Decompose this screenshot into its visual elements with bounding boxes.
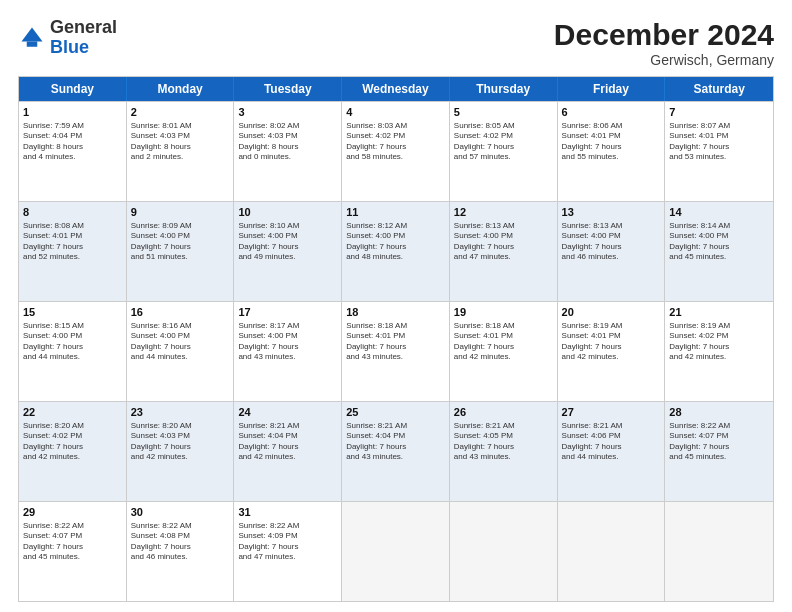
cal-day-28: 28Sunrise: 8:22 AM Sunset: 4:07 PM Dayli… — [665, 402, 773, 501]
header: General Blue December 2024 Gerwisch, Ger… — [18, 18, 774, 68]
cal-header-cell-monday: Monday — [127, 77, 235, 101]
cal-day-30: 30Sunrise: 8:22 AM Sunset: 4:08 PM Dayli… — [127, 502, 235, 601]
day-number: 2 — [131, 105, 230, 120]
day-info: Sunrise: 8:14 AM Sunset: 4:00 PM Dayligh… — [669, 221, 769, 263]
day-info: Sunrise: 8:22 AM Sunset: 4:07 PM Dayligh… — [23, 521, 122, 563]
cal-day-6: 6Sunrise: 8:06 AM Sunset: 4:01 PM Daylig… — [558, 102, 666, 201]
cal-day-25: 25Sunrise: 8:21 AM Sunset: 4:04 PM Dayli… — [342, 402, 450, 501]
cal-header-cell-saturday: Saturday — [665, 77, 773, 101]
title-block: December 2024 Gerwisch, Germany — [554, 18, 774, 68]
cal-header-cell-sunday: Sunday — [19, 77, 127, 101]
cal-day-14: 14Sunrise: 8:14 AM Sunset: 4:00 PM Dayli… — [665, 202, 773, 301]
day-number: 18 — [346, 305, 445, 320]
day-number: 1 — [23, 105, 122, 120]
page-subtitle: Gerwisch, Germany — [554, 52, 774, 68]
day-info: Sunrise: 8:03 AM Sunset: 4:02 PM Dayligh… — [346, 121, 445, 163]
day-number: 17 — [238, 305, 337, 320]
cal-day-7: 7Sunrise: 8:07 AM Sunset: 4:01 PM Daylig… — [665, 102, 773, 201]
svg-marker-0 — [22, 27, 43, 41]
day-info: Sunrise: 8:19 AM Sunset: 4:02 PM Dayligh… — [669, 321, 769, 363]
cal-header-cell-tuesday: Tuesday — [234, 77, 342, 101]
day-info: Sunrise: 8:15 AM Sunset: 4:00 PM Dayligh… — [23, 321, 122, 363]
cal-day-8: 8Sunrise: 8:08 AM Sunset: 4:01 PM Daylig… — [19, 202, 127, 301]
cal-header-cell-friday: Friday — [558, 77, 666, 101]
day-info: Sunrise: 8:20 AM Sunset: 4:03 PM Dayligh… — [131, 421, 230, 463]
cal-week-1: 1Sunrise: 7:59 AM Sunset: 4:04 PM Daylig… — [19, 101, 773, 201]
cal-day-29: 29Sunrise: 8:22 AM Sunset: 4:07 PM Dayli… — [19, 502, 127, 601]
day-number: 5 — [454, 105, 553, 120]
logo-icon — [18, 24, 46, 52]
day-info: Sunrise: 8:20 AM Sunset: 4:02 PM Dayligh… — [23, 421, 122, 463]
day-info: Sunrise: 8:21 AM Sunset: 4:04 PM Dayligh… — [238, 421, 337, 463]
day-info: Sunrise: 8:01 AM Sunset: 4:03 PM Dayligh… — [131, 121, 230, 163]
page: General Blue December 2024 Gerwisch, Ger… — [0, 0, 792, 612]
day-info: Sunrise: 8:05 AM Sunset: 4:02 PM Dayligh… — [454, 121, 553, 163]
day-info: Sunrise: 8:21 AM Sunset: 4:06 PM Dayligh… — [562, 421, 661, 463]
day-number: 9 — [131, 205, 230, 220]
cal-day-4: 4Sunrise: 8:03 AM Sunset: 4:02 PM Daylig… — [342, 102, 450, 201]
day-info: Sunrise: 8:10 AM Sunset: 4:00 PM Dayligh… — [238, 221, 337, 263]
logo-blue: Blue — [50, 37, 89, 57]
cal-day-20: 20Sunrise: 8:19 AM Sunset: 4:01 PM Dayli… — [558, 302, 666, 401]
cal-day-22: 22Sunrise: 8:20 AM Sunset: 4:02 PM Dayli… — [19, 402, 127, 501]
day-number: 22 — [23, 405, 122, 420]
cal-day-13: 13Sunrise: 8:13 AM Sunset: 4:00 PM Dayli… — [558, 202, 666, 301]
cal-day-10: 10Sunrise: 8:10 AM Sunset: 4:00 PM Dayli… — [234, 202, 342, 301]
calendar-body: 1Sunrise: 7:59 AM Sunset: 4:04 PM Daylig… — [19, 101, 773, 601]
day-number: 16 — [131, 305, 230, 320]
day-info: Sunrise: 8:13 AM Sunset: 4:00 PM Dayligh… — [454, 221, 553, 263]
cal-week-2: 8Sunrise: 8:08 AM Sunset: 4:01 PM Daylig… — [19, 201, 773, 301]
cal-day-1: 1Sunrise: 7:59 AM Sunset: 4:04 PM Daylig… — [19, 102, 127, 201]
day-number: 8 — [23, 205, 122, 220]
cal-week-3: 15Sunrise: 8:15 AM Sunset: 4:00 PM Dayli… — [19, 301, 773, 401]
cal-day-16: 16Sunrise: 8:16 AM Sunset: 4:00 PM Dayli… — [127, 302, 235, 401]
day-info: Sunrise: 8:22 AM Sunset: 4:09 PM Dayligh… — [238, 521, 337, 563]
day-info: Sunrise: 8:17 AM Sunset: 4:00 PM Dayligh… — [238, 321, 337, 363]
day-info: Sunrise: 8:22 AM Sunset: 4:07 PM Dayligh… — [669, 421, 769, 463]
cal-day-11: 11Sunrise: 8:12 AM Sunset: 4:00 PM Dayli… — [342, 202, 450, 301]
day-number: 31 — [238, 505, 337, 520]
logo-text: General Blue — [50, 18, 117, 58]
day-number: 7 — [669, 105, 769, 120]
cal-empty — [558, 502, 666, 601]
day-number: 4 — [346, 105, 445, 120]
day-number: 20 — [562, 305, 661, 320]
day-number: 19 — [454, 305, 553, 320]
cal-empty — [665, 502, 773, 601]
day-info: Sunrise: 8:19 AM Sunset: 4:01 PM Dayligh… — [562, 321, 661, 363]
day-info: Sunrise: 8:02 AM Sunset: 4:03 PM Dayligh… — [238, 121, 337, 163]
day-info: Sunrise: 8:13 AM Sunset: 4:00 PM Dayligh… — [562, 221, 661, 263]
cal-day-9: 9Sunrise: 8:09 AM Sunset: 4:00 PM Daylig… — [127, 202, 235, 301]
day-number: 11 — [346, 205, 445, 220]
day-number: 30 — [131, 505, 230, 520]
day-info: Sunrise: 7:59 AM Sunset: 4:04 PM Dayligh… — [23, 121, 122, 163]
cal-day-15: 15Sunrise: 8:15 AM Sunset: 4:00 PM Dayli… — [19, 302, 127, 401]
cal-day-24: 24Sunrise: 8:21 AM Sunset: 4:04 PM Dayli… — [234, 402, 342, 501]
day-number: 14 — [669, 205, 769, 220]
cal-day-26: 26Sunrise: 8:21 AM Sunset: 4:05 PM Dayli… — [450, 402, 558, 501]
day-number: 10 — [238, 205, 337, 220]
day-number: 28 — [669, 405, 769, 420]
cal-day-12: 12Sunrise: 8:13 AM Sunset: 4:00 PM Dayli… — [450, 202, 558, 301]
day-number: 3 — [238, 105, 337, 120]
day-info: Sunrise: 8:21 AM Sunset: 4:05 PM Dayligh… — [454, 421, 553, 463]
cal-day-19: 19Sunrise: 8:18 AM Sunset: 4:01 PM Dayli… — [450, 302, 558, 401]
day-number: 26 — [454, 405, 553, 420]
day-info: Sunrise: 8:07 AM Sunset: 4:01 PM Dayligh… — [669, 121, 769, 163]
cal-day-3: 3Sunrise: 8:02 AM Sunset: 4:03 PM Daylig… — [234, 102, 342, 201]
day-number: 15 — [23, 305, 122, 320]
day-info: Sunrise: 8:09 AM Sunset: 4:00 PM Dayligh… — [131, 221, 230, 263]
cal-empty — [450, 502, 558, 601]
day-number: 27 — [562, 405, 661, 420]
logo-general: General — [50, 17, 117, 37]
cal-day-18: 18Sunrise: 8:18 AM Sunset: 4:01 PM Dayli… — [342, 302, 450, 401]
cal-day-5: 5Sunrise: 8:05 AM Sunset: 4:02 PM Daylig… — [450, 102, 558, 201]
cal-day-21: 21Sunrise: 8:19 AM Sunset: 4:02 PM Dayli… — [665, 302, 773, 401]
day-info: Sunrise: 8:22 AM Sunset: 4:08 PM Dayligh… — [131, 521, 230, 563]
day-number: 29 — [23, 505, 122, 520]
logo: General Blue — [18, 18, 117, 58]
day-number: 6 — [562, 105, 661, 120]
day-number: 12 — [454, 205, 553, 220]
cal-header-cell-wednesday: Wednesday — [342, 77, 450, 101]
day-number: 13 — [562, 205, 661, 220]
